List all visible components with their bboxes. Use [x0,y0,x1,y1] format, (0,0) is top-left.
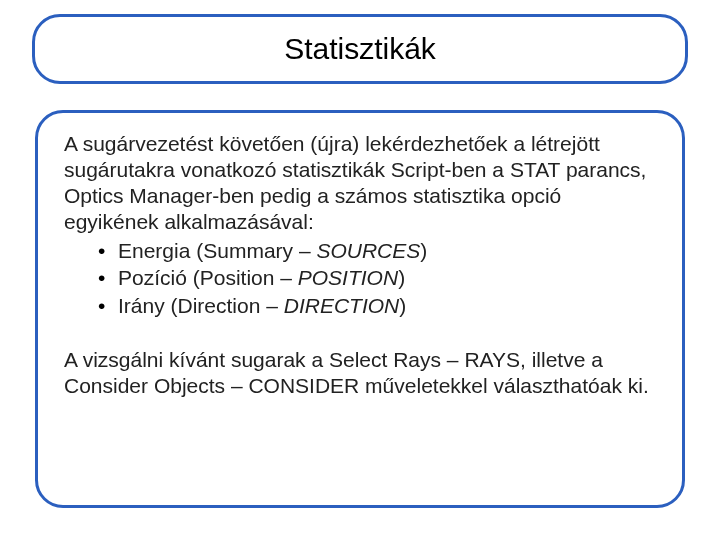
closing-paragraph: A vizsgálni kívánt sugarak a Select Rays… [64,347,656,399]
bullet-post: ) [420,239,427,262]
bullet-pre: Pozíció (Position – [118,266,298,289]
keyword-stat: STAT [510,158,560,181]
list-item: Irány (Direction – DIRECTION) [118,292,656,319]
slide: Statisztikák A sugárvezetést követően (ú… [0,0,720,540]
list-item: Pozíció (Position – POSITION) [118,264,656,291]
bullet-list: Energia (Summary – SOURCES) Pozíció (Pos… [64,237,656,319]
title-box: Statisztikák [32,14,688,84]
bullet-post: ) [398,266,405,289]
spacer [64,319,656,347]
intro-paragraph: A sugárvezetést követően (újra) lekérdez… [64,131,656,235]
keyword-consider: CONSIDER [248,374,359,397]
bullet-post: ) [399,294,406,317]
bullet-keyword: POSITION [298,266,398,289]
closing-text-1: A vizsgálni kívánt sugarak a Select Rays… [64,348,464,371]
keyword-rays: RAYS [464,348,520,371]
closing-text-3: műveletekkel választhatóak ki. [359,374,648,397]
bullet-keyword: DIRECTION [284,294,400,317]
bullet-pre: Energia (Summary – [118,239,316,262]
slide-title: Statisztikák [284,32,436,66]
list-item: Energia (Summary – SOURCES) [118,237,656,264]
body-box: A sugárvezetést követően (újra) lekérdez… [35,110,685,508]
bullet-pre: Irány (Direction – [118,294,284,317]
bullet-keyword: SOURCES [316,239,420,262]
